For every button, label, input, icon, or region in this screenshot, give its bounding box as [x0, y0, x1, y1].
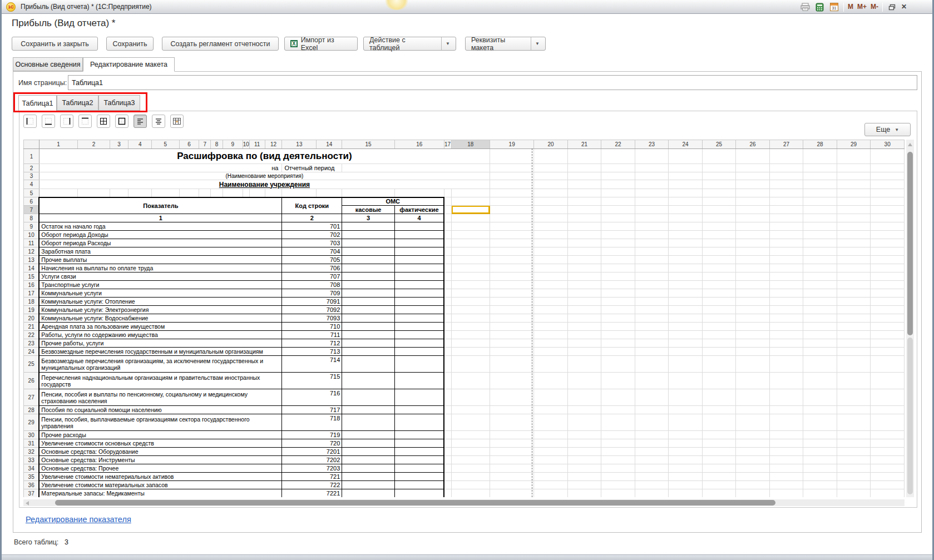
create-reporting-button[interactable]: Создать регламент отчетности	[162, 37, 279, 51]
grid-cell[interactable]	[635, 247, 669, 256]
grid-cell[interactable]	[567, 239, 601, 247]
indicator-cell[interactable]: Работы, услуги по содержанию имущества	[39, 331, 282, 339]
grid-cell[interactable]	[803, 456, 837, 464]
column-header[interactable]: 27	[769, 140, 803, 149]
grid-cell[interactable]	[669, 281, 703, 289]
grid-cell[interactable]	[601, 256, 635, 264]
grid-cell[interactable]	[702, 256, 736, 264]
grid-cell[interactable]: фактические	[394, 206, 444, 214]
grid-cell[interactable]	[601, 481, 635, 489]
grid-cell[interactable]	[490, 439, 534, 448]
grid-cell[interactable]: ОМС	[342, 197, 444, 206]
grid-cell[interactable]	[635, 149, 669, 164]
grid-cell[interactable]	[871, 323, 905, 331]
grid-cell[interactable]	[635, 356, 669, 373]
grid-cell[interactable]	[871, 197, 905, 206]
grid-cell[interactable]	[444, 306, 451, 314]
grid-cell[interactable]	[342, 189, 395, 197]
grid-cell[interactable]	[490, 431, 534, 439]
grid-cell[interactable]	[669, 239, 703, 247]
grid-cell[interactable]	[769, 264, 803, 272]
grid-cell[interactable]	[444, 473, 451, 481]
grid-cell[interactable]	[490, 481, 534, 489]
column-header[interactable]: 1	[39, 140, 77, 149]
row-header[interactable]: 36	[24, 481, 39, 489]
grid-cell[interactable]	[702, 331, 736, 339]
grid-cell[interactable]	[635, 314, 669, 323]
grid-cell[interactable]	[451, 314, 490, 323]
grid-cell[interactable]	[444, 431, 451, 439]
grid-cell[interactable]	[342, 331, 395, 339]
grid-cell[interactable]	[534, 281, 568, 289]
grid-cell[interactable]	[394, 414, 444, 431]
grid-cell[interactable]	[394, 289, 444, 298]
grid-cell[interactable]	[534, 149, 568, 164]
grid-cell[interactable]	[444, 348, 451, 356]
grid-cell[interactable]	[669, 272, 703, 281]
grid-cell[interactable]	[444, 281, 451, 289]
sheet-tab-table1[interactable]: Таблица1	[18, 95, 57, 111]
row-header[interactable]: 2	[24, 164, 39, 172]
grid-cell[interactable]	[490, 298, 534, 306]
column-header[interactable]: 2	[78, 140, 110, 149]
grid-cell[interactable]	[871, 473, 905, 481]
selected-cell[interactable]	[451, 206, 490, 214]
line-code-cell[interactable]: 716	[282, 389, 342, 406]
horizontal-scrollbar[interactable]	[23, 499, 905, 506]
grid-cell[interactable]	[601, 189, 635, 197]
grid-cell[interactable]	[490, 414, 534, 431]
grid-cell[interactable]	[451, 222, 490, 231]
line-code-cell[interactable]: 718	[282, 414, 342, 431]
grid-cell[interactable]	[837, 439, 871, 448]
grid-cell[interactable]	[534, 206, 568, 214]
outer-border-icon[interactable]	[115, 115, 129, 128]
grid-cell[interactable]	[394, 473, 444, 481]
grid-cell[interactable]	[803, 164, 837, 172]
line-code-cell[interactable]: 707	[282, 272, 342, 281]
grid-cell[interactable]	[534, 323, 568, 331]
indicator-cell[interactable]: Безвозмездные перечисления государственн…	[39, 348, 282, 356]
vertical-scrollbar[interactable]	[906, 140, 914, 497]
grid-cell[interactable]	[702, 373, 736, 389]
grid-cell[interactable]	[669, 298, 703, 306]
grid-cell[interactable]	[871, 448, 905, 456]
grid-cell[interactable]	[444, 206, 451, 214]
grid-cell[interactable]	[736, 164, 770, 172]
column-header[interactable]: 22	[601, 140, 635, 149]
grid-cell[interactable]	[769, 298, 803, 306]
grid-cell[interactable]	[342, 464, 395, 473]
grid-cell[interactable]	[769, 197, 803, 206]
grid-cell[interactable]	[444, 197, 451, 206]
grid-cell[interactable]	[803, 281, 837, 289]
grid-cell[interactable]	[567, 231, 601, 239]
grid-cell[interactable]	[490, 489, 534, 498]
grid-cell[interactable]	[769, 431, 803, 439]
grid-cell[interactable]	[490, 323, 534, 331]
grid-cell[interactable]	[803, 256, 837, 264]
grid-cell[interactable]	[567, 149, 601, 164]
grid-cell[interactable]	[702, 448, 736, 456]
line-code-cell[interactable]: 7093	[282, 314, 342, 323]
grid-cell[interactable]	[567, 431, 601, 439]
grid-cell[interactable]	[669, 323, 703, 331]
indicator-cell[interactable]: Оборот периода Расходы	[39, 239, 282, 247]
grid-cell[interactable]	[702, 356, 736, 373]
grid-cell[interactable]	[669, 373, 703, 389]
import-excel-button[interactable]: X Импорт из Excel	[284, 37, 358, 51]
restore-window-icon[interactable]	[887, 2, 897, 12]
indicator-cell[interactable]: Основные средства: Прочее	[39, 464, 282, 473]
grid-cell[interactable]	[803, 356, 837, 373]
grid-cell[interactable]	[490, 448, 534, 456]
grid-cell[interactable]	[635, 206, 669, 214]
grid-cell[interactable]	[669, 331, 703, 339]
line-code-cell[interactable]: 704	[282, 247, 342, 256]
grid-cell[interactable]	[669, 439, 703, 448]
grid-cell[interactable]	[769, 247, 803, 256]
grid-cell[interactable]	[342, 456, 395, 464]
grid-cell[interactable]	[669, 222, 703, 231]
grid-cell[interactable]	[567, 389, 601, 406]
grid-cell[interactable]	[490, 473, 534, 481]
row-header[interactable]: 17	[24, 289, 39, 298]
row-header[interactable]: 30	[24, 431, 39, 439]
grid-cell[interactable]	[534, 272, 568, 281]
